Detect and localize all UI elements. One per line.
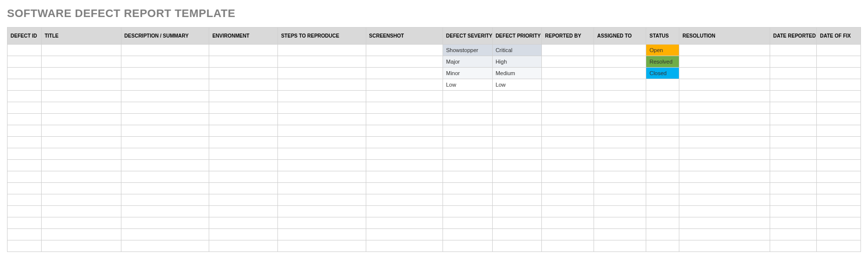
cell[interactable] (278, 183, 366, 194)
cell-severity[interactable]: Low (443, 79, 493, 91)
cell[interactable] (646, 183, 679, 194)
cell[interactable] (8, 91, 42, 102)
cell[interactable] (817, 183, 861, 194)
cell[interactable] (8, 137, 42, 148)
cell[interactable] (278, 68, 366, 79)
cell[interactable] (646, 217, 679, 229)
cell[interactable] (366, 79, 443, 91)
cell[interactable] (770, 102, 817, 114)
cell[interactable] (209, 229, 278, 240)
cell[interactable] (366, 206, 443, 217)
cell-priority[interactable]: Medium (492, 68, 542, 79)
cell[interactable] (492, 217, 542, 229)
cell[interactable] (121, 56, 209, 68)
cell[interactable] (8, 79, 42, 91)
cell[interactable] (679, 171, 770, 183)
cell[interactable] (492, 194, 542, 206)
cell[interactable] (366, 56, 443, 68)
cell[interactable] (770, 79, 817, 91)
cell[interactable] (679, 114, 770, 125)
cell[interactable] (770, 183, 817, 194)
cell[interactable] (278, 217, 366, 229)
cell-severity[interactable]: Major (443, 56, 493, 68)
cell[interactable] (646, 114, 679, 125)
cell[interactable] (594, 79, 646, 91)
cell[interactable] (817, 217, 861, 229)
cell[interactable] (209, 114, 278, 125)
cell[interactable] (679, 148, 770, 160)
cell[interactable] (542, 206, 594, 217)
cell[interactable] (646, 240, 679, 252)
cell[interactable] (679, 102, 770, 114)
cell[interactable] (8, 45, 42, 56)
cell[interactable] (366, 125, 443, 137)
cell[interactable] (278, 79, 366, 91)
cell[interactable] (366, 137, 443, 148)
cell-status[interactable]: Open (646, 45, 679, 56)
cell[interactable] (770, 217, 817, 229)
cell[interactable] (278, 194, 366, 206)
cell[interactable] (770, 148, 817, 160)
cell[interactable] (366, 45, 443, 56)
cell[interactable] (646, 206, 679, 217)
cell[interactable] (770, 206, 817, 217)
cell[interactable] (646, 79, 679, 91)
cell[interactable] (542, 229, 594, 240)
cell[interactable] (817, 240, 861, 252)
cell[interactable] (121, 194, 209, 206)
cell[interactable] (121, 206, 209, 217)
cell[interactable] (8, 229, 42, 240)
cell[interactable] (41, 160, 121, 171)
cell[interactable] (594, 194, 646, 206)
cell[interactable] (121, 102, 209, 114)
cell[interactable] (121, 229, 209, 240)
cell[interactable] (679, 206, 770, 217)
cell[interactable] (8, 240, 42, 252)
cell[interactable] (770, 194, 817, 206)
cell-priority[interactable]: High (492, 56, 542, 68)
cell[interactable] (646, 148, 679, 160)
cell[interactable] (817, 45, 861, 56)
cell[interactable] (817, 206, 861, 217)
cell[interactable] (679, 217, 770, 229)
cell[interactable] (492, 171, 542, 183)
cell[interactable] (41, 240, 121, 252)
cell[interactable] (8, 56, 42, 68)
cell[interactable] (209, 91, 278, 102)
cell[interactable] (679, 91, 770, 102)
cell[interactable] (594, 114, 646, 125)
cell-severity[interactable]: Showstopper (443, 45, 493, 56)
cell[interactable] (443, 194, 493, 206)
cell[interactable] (594, 56, 646, 68)
cell[interactable] (41, 194, 121, 206)
cell[interactable] (492, 229, 542, 240)
cell[interactable] (492, 183, 542, 194)
cell[interactable] (542, 171, 594, 183)
cell[interactable] (41, 183, 121, 194)
cell[interactable] (41, 114, 121, 125)
cell[interactable] (594, 148, 646, 160)
cell[interactable] (121, 240, 209, 252)
cell[interactable] (817, 148, 861, 160)
cell-severity[interactable]: Minor (443, 68, 493, 79)
cell[interactable] (209, 160, 278, 171)
cell[interactable] (278, 114, 366, 125)
cell[interactable] (366, 217, 443, 229)
cell[interactable] (41, 68, 121, 79)
cell[interactable] (41, 102, 121, 114)
cell[interactable] (542, 183, 594, 194)
cell[interactable] (679, 183, 770, 194)
cell[interactable] (41, 148, 121, 160)
cell[interactable] (278, 171, 366, 183)
cell[interactable] (542, 45, 594, 56)
cell[interactable] (209, 102, 278, 114)
cell[interactable] (542, 137, 594, 148)
cell[interactable] (443, 240, 493, 252)
cell[interactable] (41, 229, 121, 240)
cell[interactable] (121, 171, 209, 183)
cell[interactable] (278, 56, 366, 68)
cell[interactable] (492, 137, 542, 148)
cell[interactable] (646, 194, 679, 206)
cell[interactable] (121, 125, 209, 137)
cell[interactable] (443, 217, 493, 229)
